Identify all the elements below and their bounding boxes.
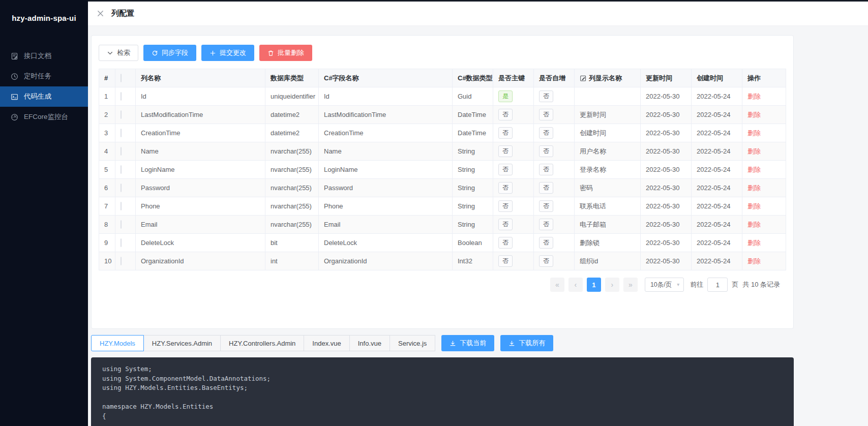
table-row: 8 Email nvarchar(255) Email String 否 否 电… <box>99 216 786 234</box>
next-page-button[interactable]: › <box>605 278 619 292</box>
cell-is-inc: 否 <box>534 197 575 216</box>
primary-key-tag: 否 <box>498 182 513 194</box>
close-icon[interactable] <box>97 10 104 17</box>
menu-item-label: 代码生成 <box>24 92 51 101</box>
submit-changes-button[interactable]: 提交更改 <box>201 45 254 61</box>
delete-row-link[interactable]: 删除 <box>747 184 761 192</box>
cell-display-name[interactable]: 更新时间 <box>575 106 641 124</box>
auto-increment-tag: 否 <box>539 182 553 194</box>
cell-select <box>115 124 136 142</box>
page-size-select[interactable]: 10条/页 ▾ <box>645 278 684 292</box>
col-header-is-inc: 是否自增 <box>534 69 575 87</box>
cell-display-name[interactable]: 组织id <box>575 252 641 270</box>
cell-display-name[interactable]: 创建时间 <box>575 124 641 142</box>
prev-page-button[interactable]: ‹ <box>568 278 583 292</box>
file-tab[interactable]: HZY.Controllers.Admin <box>220 335 304 351</box>
file-tab[interactable]: HZY.Services.Admin <box>143 335 221 351</box>
download-current-label: 下载当前 <box>460 339 486 348</box>
cell-display-name[interactable]: 用户名称 <box>575 142 641 161</box>
delete-row-link[interactable]: 删除 <box>747 111 761 118</box>
cell-created: 2022-05-24 <box>692 252 742 270</box>
cell-index: 2 <box>99 106 115 124</box>
row-checkbox[interactable] <box>121 92 122 101</box>
file-tab-label: Service.js <box>398 340 427 347</box>
sidebar-menu-item[interactable]: 代码生成 <box>0 86 88 107</box>
cell-select <box>115 234 136 252</box>
sidebar-menu-item[interactable]: 接口文档 <box>0 46 88 66</box>
cell-name: Name <box>136 142 265 161</box>
col-header-name: 列名称 <box>136 69 265 87</box>
cell-display-name[interactable]: 密码 <box>575 179 641 197</box>
delete-row-link[interactable]: 删除 <box>747 202 761 210</box>
delete-row-link[interactable]: 删除 <box>747 239 761 247</box>
col-header-select-all <box>115 69 136 87</box>
sidebar-menu-item[interactable]: 定时任务 <box>0 66 88 86</box>
cell-cs-type: String <box>453 216 493 234</box>
row-checkbox[interactable] <box>121 110 122 119</box>
delete-row-link[interactable]: 删除 <box>747 257 761 265</box>
first-page-button[interactable]: « <box>550 278 564 292</box>
goto-page-input[interactable] <box>707 278 728 292</box>
cell-is-inc: 否 <box>534 106 575 124</box>
delete-row-link[interactable]: 删除 <box>747 147 761 155</box>
table-row: 6 Password nvarchar(255) Password String… <box>99 179 786 197</box>
row-checkbox[interactable] <box>121 165 122 174</box>
cell-name: LoginName <box>136 161 265 179</box>
col-header-actions: 操作 <box>742 69 786 87</box>
download-all-button[interactable]: 下载所有 <box>500 335 553 351</box>
cell-updated: 2022-05-30 <box>641 179 692 197</box>
sync-fields-button[interactable]: 同步字段 <box>143 45 196 61</box>
row-checkbox[interactable] <box>121 238 122 247</box>
goto-label: 前往 <box>690 280 703 289</box>
file-tab[interactable]: Info.vue <box>349 335 390 351</box>
primary-key-tag: 否 <box>498 109 513 120</box>
cell-display-name[interactable]: 联系电话 <box>575 197 641 216</box>
col-header-display-name-label: 列显示名称 <box>589 74 622 83</box>
download-current-button[interactable]: 下载当前 <box>441 335 494 351</box>
cell-display-name[interactable]: 电子邮箱 <box>575 216 641 234</box>
cell-is-pk: 是 <box>493 87 534 106</box>
delete-row-link[interactable]: 删除 <box>747 166 761 173</box>
delete-row-link[interactable]: 删除 <box>747 93 761 100</box>
row-checkbox[interactable] <box>121 184 122 192</box>
cell-select <box>115 142 136 161</box>
total-records: 共 10 条记录 <box>742 280 780 289</box>
cell-display-name[interactable]: 登录名称 <box>575 161 641 179</box>
cell-cs-name: DeleteLock <box>319 234 453 252</box>
cell-db-type: datetime2 <box>265 106 319 124</box>
file-tab[interactable]: Index.vue <box>304 335 349 351</box>
code-preview: using System; using System.ComponentMode… <box>91 357 794 426</box>
goto-page-group: 前往 页 共 10 条记录 <box>690 278 780 292</box>
cell-select <box>115 87 136 106</box>
cell-index: 4 <box>99 142 115 161</box>
content: 检索 同步字段 提交更改 <box>88 26 868 426</box>
row-checkbox[interactable] <box>121 257 122 265</box>
file-tab[interactable]: HZY.Models <box>91 335 144 351</box>
row-checkbox[interactable] <box>121 220 122 229</box>
file-tab[interactable]: Service.js <box>390 335 435 351</box>
cell-cs-type: Guid <box>453 87 493 106</box>
cell-cs-type: String <box>453 179 493 197</box>
sidebar-menu-item[interactable]: EFCore监控台 <box>0 107 88 127</box>
cell-actions: 删除 <box>742 197 786 216</box>
batch-delete-button[interactable]: 批量删除 <box>259 45 312 61</box>
table-row: 4 Name nvarchar(255) Name String 否 否 用户名… <box>99 142 786 161</box>
search-button[interactable]: 检索 <box>99 45 138 61</box>
file-tab-label: HZY.Services.Admin <box>152 340 212 347</box>
page-number-button[interactable]: 1 <box>587 278 601 292</box>
last-page-button[interactable]: » <box>623 278 638 292</box>
row-checkbox[interactable] <box>121 129 122 137</box>
main-area: 列配置 检索 同步字段 <box>88 0 868 426</box>
select-all-checkbox[interactable] <box>121 74 122 82</box>
cell-select <box>115 106 136 124</box>
row-checkbox[interactable] <box>121 147 122 156</box>
chevron-down-icon <box>107 50 113 56</box>
cell-display-name[interactable] <box>575 87 641 106</box>
cell-display-name[interactable]: 删除锁 <box>575 234 641 252</box>
delete-row-link[interactable]: 删除 <box>747 129 761 137</box>
table-row: 7 Phone nvarchar(255) Phone String 否 否 联… <box>99 197 786 216</box>
row-checkbox[interactable] <box>121 202 122 210</box>
delete-row-link[interactable]: 删除 <box>747 221 761 228</box>
cell-db-type: uniqueidentifier <box>265 87 319 106</box>
cell-cs-name: Phone <box>319 197 453 216</box>
